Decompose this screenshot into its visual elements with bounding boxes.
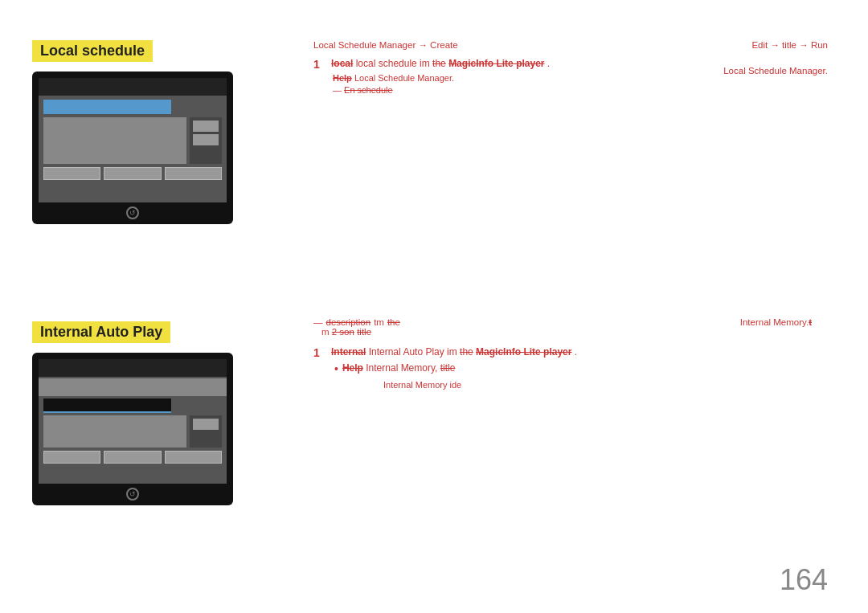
- step-1-num: 1: [313, 58, 326, 95]
- bottom-section: Internal Auto Play: [32, 321, 289, 505]
- top-right-content: Local Schedule Manager → Create Edit → t…: [313, 40, 828, 101]
- step-1-bottom-body: Internal Internal Auto Play im the Magic…: [331, 346, 577, 375]
- page-number: 164: [780, 563, 828, 597]
- home-button-bottom: ↺: [126, 488, 139, 501]
- internal-memory-ide-text: Internal Memory ide: [383, 380, 461, 390]
- local-schedule-title: Local schedule: [32, 40, 153, 62]
- header-left: Local Schedule Manager → Create: [313, 40, 458, 50]
- step-1-top: 1 local local schedule im the MagicInfo …: [313, 58, 828, 95]
- bottom-right-content: — description tm the m 2 son title Inter…: [313, 317, 836, 382]
- device-screen-bottom: [39, 359, 227, 484]
- step-1-bottom: 1 Internal Internal Auto Play im the Mag…: [313, 346, 836, 375]
- top-instruction-header: Local Schedule Manager → Create Edit → t…: [313, 40, 828, 50]
- device-mockup-bottom: ↺: [32, 353, 233, 505]
- step-1-bottom-num: 1: [313, 346, 326, 375]
- top-right-note: Local Schedule Manager.: [723, 66, 828, 76]
- bottom-intro: — description tm the m 2 son title Inter…: [313, 317, 836, 337]
- device-screen-top: [39, 78, 227, 202]
- internal-auto-play-title: Internal Auto Play: [32, 321, 170, 343]
- home-button-top: ↺: [126, 206, 139, 219]
- device-mockup-top: ↺: [32, 72, 233, 224]
- top-section: Local schedule ↺: [32, 40, 289, 224]
- header-right: Edit → title → Run: [751, 40, 828, 50]
- bullet-item-internal-memory: • Help Internal Memory, title: [334, 362, 577, 375]
- bottom-right-internal-memory: Internal Memory.t: [740, 317, 812, 327]
- step-1-body: local local schedule im the MagicInfo Li…: [331, 58, 550, 95]
